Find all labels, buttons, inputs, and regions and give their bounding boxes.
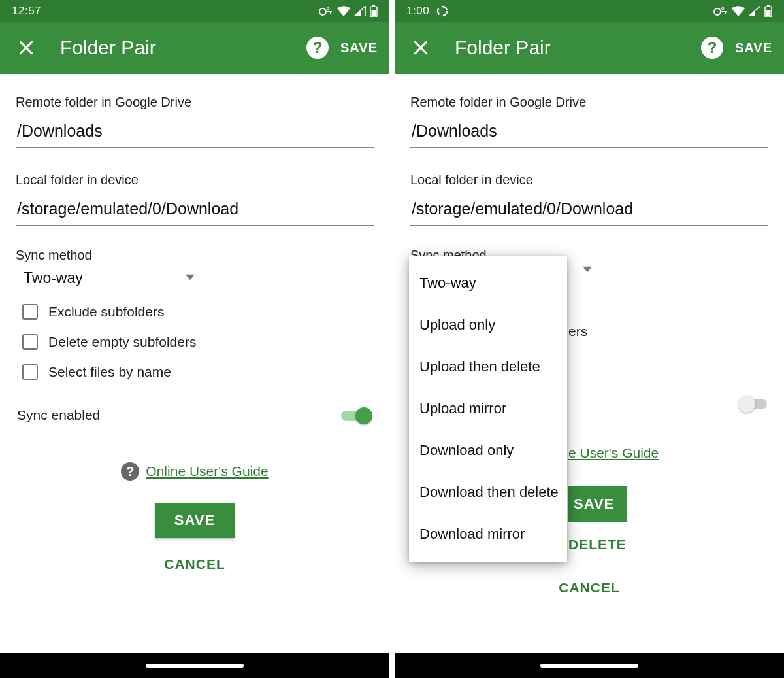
sync-method-option-download-then-delete[interactable]: Download then delete xyxy=(409,471,567,513)
local-folder-input[interactable] xyxy=(16,194,374,226)
status-bar: 12:57 G xyxy=(0,0,389,22)
svg-text:G: G xyxy=(327,7,330,10)
sync-method-option-download-only[interactable]: Download only xyxy=(409,430,567,471)
checkbox-icon xyxy=(22,364,38,380)
remote-folder-input[interactable] xyxy=(410,116,768,148)
appbar-title: Folder Pair xyxy=(60,37,306,59)
svg-point-0 xyxy=(319,8,326,15)
status-time: 12:57 xyxy=(12,5,41,18)
sync-enabled-row: Sync enabled xyxy=(16,406,374,424)
sync-method-option-upload-then-delete[interactable]: Upload then delete xyxy=(409,346,567,388)
local-folder-label: Local folder in device xyxy=(16,173,374,188)
chevron-down-icon xyxy=(583,265,592,277)
svg-rect-2 xyxy=(330,11,331,14)
battery-icon xyxy=(370,5,378,17)
android-nav-bar[interactable] xyxy=(395,653,784,678)
sync-method-value: Two-way xyxy=(20,269,186,287)
remote-folder-label: Remote folder in Google Drive xyxy=(16,95,374,110)
sync-method-option-upload-mirror[interactable]: Upload mirror xyxy=(409,388,567,430)
sync-enabled-switch[interactable] xyxy=(738,394,771,413)
wifi-icon xyxy=(732,6,745,16)
home-pill-icon xyxy=(146,664,244,668)
close-icon xyxy=(18,39,35,56)
close-button[interactable] xyxy=(16,37,37,58)
sync-enabled-label: Sync enabled xyxy=(17,407,340,423)
appbar-title: Folder Pair xyxy=(455,37,701,59)
remote-folder-input[interactable] xyxy=(16,116,374,148)
appbar-save-button[interactable]: SAVE xyxy=(340,41,378,56)
user-guide-link[interactable]: Online User's Guide xyxy=(146,464,268,479)
app-bar: Folder Pair ? SAVE xyxy=(395,22,784,74)
checkbox-label: Select files by name xyxy=(48,364,171,380)
svg-rect-5 xyxy=(372,5,375,7)
svg-point-8 xyxy=(714,8,721,15)
sync-method-dropdown[interactable]: Two-way xyxy=(16,267,199,290)
save-button[interactable]: SAVE xyxy=(155,503,235,538)
svg-rect-10 xyxy=(725,11,726,14)
close-icon xyxy=(412,39,429,56)
sync-spinner-icon xyxy=(436,5,449,18)
vpn-key-icon: G xyxy=(319,7,333,16)
svg-rect-13 xyxy=(767,5,770,7)
delete-empty-subfolders-checkbox[interactable]: Delete empty subfolders xyxy=(16,334,374,350)
checkbox-icon xyxy=(22,304,38,320)
battery-icon xyxy=(764,5,772,17)
user-guide-row: ? Online User's Guide xyxy=(16,462,374,481)
select-files-by-name-checkbox[interactable]: Select files by name xyxy=(16,364,374,380)
appbar-save-button[interactable]: SAVE xyxy=(735,41,772,56)
chevron-down-icon xyxy=(186,273,195,284)
local-folder-input[interactable] xyxy=(410,194,768,226)
content-area: Remote folder in Google Drive Local fold… xyxy=(395,74,784,653)
sync-method-option-two-way[interactable]: Two-way xyxy=(409,262,567,304)
signal-icon xyxy=(354,6,366,16)
svg-point-7 xyxy=(438,7,447,16)
vpn-key-icon: G xyxy=(713,7,728,16)
status-bar: 1:00 G xyxy=(395,0,784,22)
phone-left: 12:57 G Folder Pair ? SAVE Remote folder… xyxy=(0,0,389,678)
local-folder-label: Local folder in device xyxy=(410,173,768,188)
signal-icon xyxy=(749,6,760,16)
svg-rect-6 xyxy=(372,10,376,16)
sync-method-option-download-mirror[interactable]: Download mirror xyxy=(409,513,567,555)
android-nav-bar[interactable] xyxy=(0,653,389,678)
wifi-icon xyxy=(337,6,350,16)
user-guide-link-fragment[interactable]: e User's Guide xyxy=(568,445,659,461)
checkbox-label: Exclude subfolders xyxy=(48,304,164,320)
help-button[interactable]: ? xyxy=(701,37,723,59)
obscured-text-fragment: ers xyxy=(568,324,587,339)
delete-button-fragment[interactable]: DELETE xyxy=(568,537,627,552)
sync-method-menu: Two-way Upload only Upload then delete U… xyxy=(409,256,567,562)
status-icons: G xyxy=(319,5,378,17)
sync-method-option-upload-only[interactable]: Upload only xyxy=(409,304,567,346)
cancel-button[interactable]: CANCEL xyxy=(559,580,620,596)
phone-right: 1:00 G Folder Pair ? SAVE Remote folder … xyxy=(395,0,784,678)
close-button[interactable] xyxy=(410,37,431,58)
home-pill-icon xyxy=(540,664,638,668)
status-icons: G xyxy=(713,5,772,17)
status-time: 1:00 xyxy=(406,5,429,18)
help-button[interactable]: ? xyxy=(306,37,329,59)
save-button-fragment[interactable]: SAVE xyxy=(568,486,627,522)
checkbox-icon xyxy=(22,334,38,350)
svg-rect-14 xyxy=(766,10,771,16)
help-icon: ? xyxy=(121,462,139,481)
remote-folder-label: Remote folder in Google Drive xyxy=(410,95,768,110)
cancel-button[interactable]: CANCEL xyxy=(164,556,225,572)
checkbox-label: Delete empty subfolders xyxy=(48,334,196,350)
sync-method-label: Sync method xyxy=(16,248,374,263)
content-area: Remote folder in Google Drive Local fold… xyxy=(0,74,389,653)
sync-enabled-switch[interactable] xyxy=(340,406,372,424)
exclude-subfolders-checkbox[interactable]: Exclude subfolders xyxy=(16,304,374,320)
app-bar: Folder Pair ? SAVE xyxy=(0,22,389,74)
svg-text:G: G xyxy=(721,7,725,10)
